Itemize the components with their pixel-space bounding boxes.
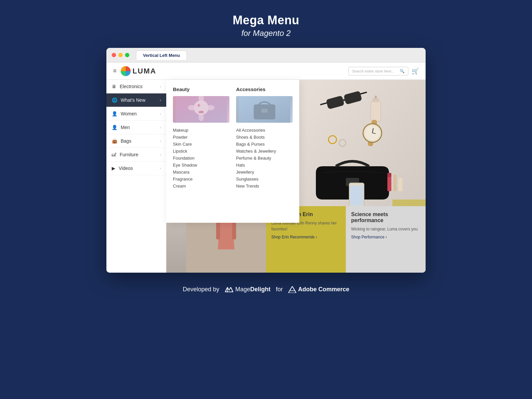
- beauty-link-skincare[interactable]: Skin Care: [173, 141, 229, 148]
- accessories-title: Accessories: [236, 86, 293, 92]
- search-placeholder: Search entire store here...: [352, 69, 394, 73]
- sidebar-item-label: Furniture: [120, 152, 138, 157]
- men-icon: 👤: [112, 125, 117, 130]
- beauty-title: Beauty: [173, 86, 229, 92]
- svg-point-7: [206, 105, 214, 110]
- search-box[interactable]: Search entire store here... 🔍: [348, 67, 408, 75]
- page-subtitle: for Magento 2: [233, 29, 300, 38]
- svg-rect-19: [375, 96, 377, 98]
- videos-icon: ▶: [112, 166, 115, 171]
- mega-col-beauty: Beauty: [173, 86, 229, 216]
- chevron-icon: ›: [160, 139, 161, 143]
- hamburger-icon[interactable]: ≡: [113, 67, 117, 74]
- accessories-image: [236, 96, 293, 123]
- close-button[interactable]: [112, 53, 116, 57]
- beauty-link-fragrance[interactable]: Fragrance: [173, 176, 229, 183]
- chevron-icon: ›: [160, 167, 161, 170]
- acc-link-sunglasses[interactable]: Sunglasses: [236, 176, 293, 183]
- acc-link-shoes[interactable]: Shoes & Boots: [236, 134, 293, 141]
- sidebar-item-label: Bags: [121, 138, 131, 144]
- minimize-button[interactable]: [118, 53, 123, 57]
- svg-rect-30: [393, 175, 397, 191]
- luma-circle-icon: [121, 66, 131, 76]
- luma-brand-name: LUMA: [133, 67, 157, 75]
- svg-point-5: [199, 113, 204, 121]
- svg-rect-10: [261, 109, 268, 113]
- acc-link-all[interactable]: All Accessories: [236, 127, 293, 134]
- store-area: ≡ LUMA Search entire store here... 🔍 🛒: [106, 63, 426, 273]
- chevron-icon: ›: [160, 126, 161, 129]
- svg-rect-29: [387, 173, 391, 177]
- acc-link-perfume[interactable]: Perfume & Beauty: [236, 155, 293, 162]
- beauty-image: [173, 96, 229, 123]
- beauty-link-lipstick[interactable]: Lipstick: [173, 148, 229, 155]
- page-title: Mega Menu: [233, 13, 300, 27]
- delight-part: Delight: [250, 286, 271, 293]
- sidebar-item-label: Women: [121, 111, 137, 116]
- sidebar-item-furniture[interactable]: 🛋 Furniture ›: [106, 148, 166, 162]
- mega-menu: Beauty: [166, 80, 299, 223]
- luma-logo: LUMA: [121, 66, 157, 76]
- browser-tab[interactable]: Vertical Left Menu: [136, 51, 187, 60]
- maximize-button[interactable]: [125, 53, 129, 57]
- store-navbar: ≡ LUMA Search entire store here... 🔍 🛒: [106, 63, 426, 80]
- page-footer: Developed by MageDelight for Adobe Comme…: [183, 286, 349, 293]
- sidebar-item-bags[interactable]: 👜 Bags ›: [106, 134, 166, 148]
- adobe-commerce-name: Adobe Commerce: [298, 286, 349, 293]
- sidebar-item-label: Men: [121, 125, 130, 130]
- beauty-link-cream[interactable]: Cream: [173, 183, 229, 190]
- sidebar-item-whats-new[interactable]: 🌐 What's New ›: [106, 93, 166, 107]
- store-body: 🖥 Electronics › 🌐 What's New › 👤 Wome: [106, 80, 426, 273]
- acc-link-newtrends[interactable]: New Trends: [236, 183, 293, 190]
- right-image-area: [299, 80, 426, 223]
- acc-link-hats[interactable]: Hats: [236, 162, 293, 169]
- performance-card-title: Science meets performance: [351, 211, 420, 223]
- chevron-icon: ›: [160, 112, 161, 116]
- navbar-right: Search entire store here... 🔍 🛒: [348, 67, 419, 75]
- svg-rect-31: [398, 178, 402, 191]
- adobe-icon: [288, 286, 296, 293]
- sidebar-item-label: Videos: [119, 166, 133, 171]
- acc-link-jewellery[interactable]: Jewellery: [236, 169, 293, 176]
- beauty-link-eyeshadow[interactable]: Eye Shadow: [173, 162, 229, 169]
- mega-col-accessories: Accessories: [236, 86, 293, 216]
- erin-card-link[interactable]: Shop Erin Recommends ›: [271, 235, 340, 239]
- adobe-commerce-logo: Adobe Commerce: [288, 286, 349, 293]
- cart-icon[interactable]: 🛒: [412, 67, 419, 75]
- magedelight-name: MageDelight: [235, 286, 270, 293]
- performance-card-link[interactable]: Shop Performance ›: [351, 235, 420, 239]
- chevron-icon: ›: [160, 153, 161, 157]
- svg-point-2: [198, 104, 200, 107]
- sidebar-item-women[interactable]: 👤 Women ›: [106, 107, 166, 121]
- mage-part: Mage: [235, 286, 250, 293]
- women-icon: 👤: [112, 111, 117, 116]
- beauty-link-powder[interactable]: Powder: [173, 134, 229, 141]
- footer-for-text: for: [276, 286, 283, 293]
- beauty-link-makeup[interactable]: Makeup: [173, 127, 229, 134]
- sidebar: 🖥 Electronics › 🌐 What's New › 👤 Wome: [106, 80, 166, 273]
- electronics-icon: 🖥: [112, 84, 116, 89]
- sidebar-item-men[interactable]: 👤 Men ›: [106, 121, 166, 134]
- svg-rect-44: [216, 221, 220, 239]
- svg-point-3: [199, 111, 204, 113]
- magedelight-logo: MageDelight: [224, 286, 270, 293]
- acc-link-bags[interactable]: Bags & Purses: [236, 141, 293, 148]
- browser-chrome: Vertical Left Menu: [106, 48, 426, 63]
- search-icon[interactable]: 🔍: [400, 69, 405, 73]
- footer-developed-by: Developed by: [183, 286, 219, 293]
- beauty-link-foundation[interactable]: Foundation: [173, 155, 229, 162]
- page-header: Mega Menu for Magento 2: [233, 13, 300, 38]
- sidebar-item-label: Electronics: [120, 84, 142, 89]
- sidebar-item-electronics[interactable]: 🖥 Electronics ›: [106, 80, 166, 93]
- chevron-icon: ›: [160, 85, 161, 88]
- svg-rect-18: [372, 98, 379, 102]
- sidebar-item-videos[interactable]: ▶ Videos ›: [106, 162, 166, 175]
- performance-card-text: Wicking to raingear, Luma covers you: [351, 226, 420, 232]
- acc-link-watches[interactable]: Watches & Jewellery: [236, 148, 293, 155]
- svg-rect-33: [350, 186, 363, 205]
- svg-point-6: [188, 105, 196, 110]
- beauty-link-mascara[interactable]: Mascara: [173, 169, 229, 176]
- svg-rect-17: [371, 101, 381, 121]
- bottom-card-performance: Science meets performance Wicking to rai…: [346, 206, 426, 273]
- sidebar-item-label: What's New: [121, 97, 145, 103]
